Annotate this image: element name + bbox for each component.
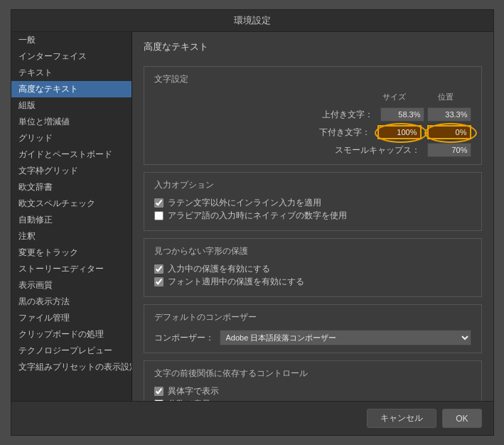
- context-controls-section: 文字の前後関係に依存するコントロール 異体字で表示 分数で表示: [144, 360, 482, 401]
- subscript-size-input[interactable]: [377, 125, 422, 139]
- context-controls-title: 文字の前後関係に依存するコントロール: [154, 368, 471, 379]
- sidebar-item[interactable]: 注釈: [11, 228, 132, 245]
- preferences-dialog: 環境設定 一般インターフェイステキスト高度なテキスト組版単位と増減値グリッドガイ…: [11, 9, 494, 436]
- cancel-button[interactable]: キャンセル: [367, 409, 436, 428]
- sidebar-item[interactable]: 表示画質: [11, 277, 132, 294]
- sidebar-item[interactable]: 文字枠グリッド: [11, 163, 132, 179]
- context-check1-row: 異体字で表示: [154, 386, 471, 397]
- missing-check1[interactable]: [154, 264, 163, 274]
- context-check1-label: 異体字で表示: [168, 386, 219, 397]
- col-position-header: 位置: [422, 92, 470, 102]
- sidebar-item[interactable]: クリップボードの処理: [11, 326, 132, 343]
- sidebar-item[interactable]: 単位と増減値: [11, 114, 132, 130]
- sidebar-item[interactable]: 欧文スペルチェック: [11, 195, 132, 212]
- composer-title: デフォルトのコンポーザー: [154, 312, 471, 323]
- sidebar-item[interactable]: テキスト: [11, 65, 132, 81]
- sidebar-item[interactable]: テクノロジープレビュー: [11, 343, 132, 359]
- sidebar-item[interactable]: ストーリーエディター: [11, 261, 132, 277]
- char-header-row: サイズ 位置: [154, 92, 471, 102]
- subscript-pos-wrap: [427, 125, 471, 139]
- composer-row: コンポーザー： Adobe 日本語段落コンポーザー: [154, 330, 471, 345]
- superscript-label: 上付き文字：: [154, 109, 377, 120]
- sidebar-item[interactable]: ファイル管理: [11, 310, 132, 326]
- input-check1[interactable]: [154, 198, 163, 208]
- missing-glyph-section: 見つからない字形の保護 入力中の保護を有効にする フォント適用中の保護を有効にす…: [144, 238, 482, 297]
- ok-button[interactable]: OK: [442, 409, 481, 428]
- input-options-section: 入力オプション ラテン文字以外にインライン入力を適用 アラビア語の入力時にネイテ…: [144, 172, 482, 231]
- input-check2-label: アラビア語の入力時にネイティブの数字を使用: [168, 210, 347, 221]
- smallcaps-size-input[interactable]: [427, 143, 471, 157]
- superscript-pos-input[interactable]: [427, 107, 471, 122]
- input-check2-row: アラビア語の入力時にネイティブの数字を使用: [154, 210, 471, 221]
- char-settings-section: 文字設定 サイズ 位置 上付き文字： 下付き文字：: [144, 66, 482, 165]
- smallcaps-label: スモールキャップス：: [154, 145, 424, 156]
- smallcaps-row: スモールキャップス：: [154, 143, 471, 157]
- missing-check2-row: フォント適用中の保護を有効にする: [154, 277, 471, 287]
- composer-select[interactable]: Adobe 日本語段落コンポーザー: [220, 330, 471, 345]
- superscript-size-input[interactable]: [380, 107, 424, 122]
- sidebar-item[interactable]: 文字組みプリセットの表示設定: [11, 359, 132, 375]
- sidebar-item[interactable]: 高度なテキスト: [11, 81, 132, 97]
- sidebar-item[interactable]: 変更をトラック: [11, 245, 132, 261]
- missing-check1-row: 入力中の保護を有効にする: [154, 264, 471, 274]
- sidebar-item[interactable]: 欧文辞書: [11, 179, 132, 195]
- subscript-size-wrap: [377, 125, 422, 139]
- input-check1-label: ラテン文字以外にインライン入力を適用: [168, 198, 321, 208]
- sidebar-item[interactable]: インターフェイス: [11, 48, 132, 65]
- input-check2[interactable]: [154, 211, 163, 220]
- char-settings: サイズ 位置 上付き文字： 下付き文字：: [154, 92, 471, 157]
- sidebar-item[interactable]: 自動修正: [11, 212, 132, 228]
- superscript-row: 上付き文字：: [154, 107, 471, 122]
- missing-check2[interactable]: [154, 277, 163, 286]
- input-options-title: 入力オプション: [154, 180, 471, 191]
- col-size-header: サイズ: [370, 92, 419, 102]
- dialog-title: 環境設定: [11, 10, 493, 32]
- sidebar-item[interactable]: グリッド: [11, 130, 132, 146]
- composer-label: コンポーザー：: [154, 333, 214, 343]
- input-check1-row: ラテン文字以外にインライン入力を適用: [154, 198, 471, 208]
- composer-section: デフォルトのコンポーザー コンポーザー： Adobe 日本語段落コンポーザー: [144, 304, 482, 353]
- sidebar-item[interactable]: 一般: [11, 32, 132, 48]
- missing-check2-label: フォント適用中の保護を有効にする: [168, 277, 304, 287]
- dialog-body: 一般インターフェイステキスト高度なテキスト組版単位と増減値グリッドガイドとペース…: [11, 32, 493, 401]
- sidebar-item[interactable]: 組版: [11, 97, 132, 114]
- dialog-footer: キャンセル OK: [11, 401, 493, 435]
- missing-glyph-title: 見つからない字形の保護: [154, 246, 471, 257]
- main-content: 高度なテキスト 文字設定 サイズ 位置 上付き文字： 下付き文字：: [132, 32, 493, 401]
- main-section-title: 高度なテキスト: [144, 41, 482, 53]
- sidebar-item[interactable]: ガイドとペーストボード: [11, 146, 132, 163]
- sidebar: 一般インターフェイステキスト高度なテキスト組版単位と増減値グリッドガイドとペース…: [11, 32, 132, 401]
- subscript-label: 下付き文字：: [154, 127, 375, 138]
- context-check1[interactable]: [154, 387, 163, 396]
- subscript-pos-input[interactable]: [427, 125, 471, 139]
- subscript-row: 下付き文字：: [154, 125, 471, 139]
- char-settings-title: 文字設定: [154, 74, 471, 85]
- sidebar-item[interactable]: 黒の表示方法: [11, 294, 132, 310]
- missing-check1-label: 入力中の保護を有効にする: [168, 264, 270, 274]
